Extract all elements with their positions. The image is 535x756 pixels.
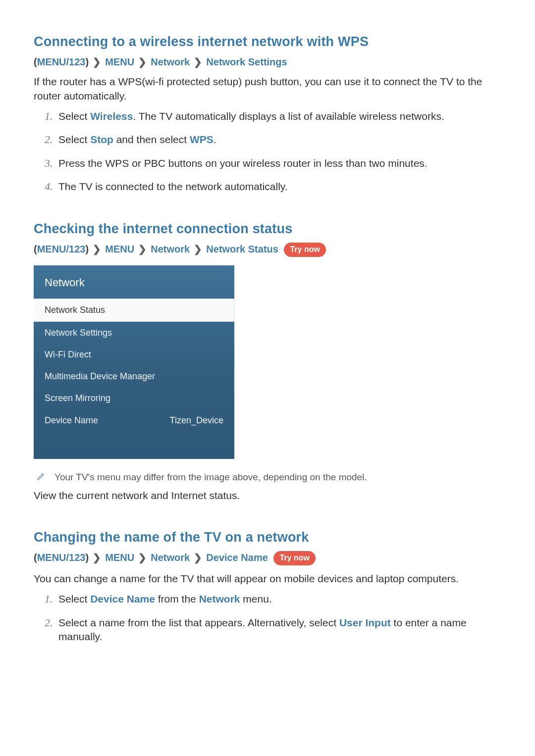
breadcrumb-status: (MENU/123) ❯ MENU ❯ Network ❯ Network St…	[34, 243, 501, 257]
menu-title: Network	[34, 265, 234, 299]
crumb-device-name: Device Name	[206, 552, 268, 563]
step-1: Select Device Name from the Network menu…	[55, 592, 501, 606]
crumb-menu123: MENU/123	[37, 552, 86, 563]
body-status: View the current network and Internet st…	[34, 489, 501, 503]
step-1: Select Wireless. The TV automatically di…	[55, 109, 501, 123]
menu-item-label: Wi-Fi Direct	[45, 349, 91, 360]
menu-item-device-name[interactable]: Device Name Tizen_Device	[34, 409, 234, 431]
menu-item-network-status[interactable]: Network Status	[33, 299, 234, 321]
chevron-right-icon: ❯	[137, 551, 148, 564]
link-device-name: Device Name	[90, 593, 155, 605]
menu-item-multimedia-device-manager[interactable]: Multimedia Device Manager	[34, 365, 234, 387]
heading-wps: Connecting to a wireless internet networ…	[34, 33, 501, 50]
heading-devicename: Changing the name of the TV on a network	[34, 528, 501, 546]
intro-wps: If the router has a WPS(wi-fi protected …	[34, 75, 501, 103]
crumb-menu: MENU	[105, 56, 134, 67]
menu-item-screen-mirroring[interactable]: Screen Mirroring	[34, 387, 234, 409]
chevron-right-icon: ❯	[92, 243, 103, 256]
pencil-icon	[37, 472, 46, 481]
link-stop: Stop	[90, 134, 113, 145]
menu-item-value: Tizen_Device	[170, 414, 223, 426]
try-now-button[interactable]: Try now	[273, 551, 315, 565]
crumb-menu123: MENU/123	[37, 244, 86, 254]
network-menu-panel: Network Network Status Network Settings …	[34, 265, 234, 459]
crumb-network: Network	[151, 244, 190, 254]
section-status: Checking the internet connection status …	[34, 220, 501, 503]
crumb-network: Network	[151, 552, 190, 563]
step-2: Select Stop and then select WPS.	[55, 132, 501, 147]
section-devicename: Changing the name of the TV on a network…	[34, 528, 501, 644]
breadcrumb-devicename: (MENU/123) ❯ MENU ❯ Network ❯ Device Nam…	[34, 551, 501, 566]
crumb-menu123: MENU/123	[37, 56, 86, 67]
document-page: Connecting to a wireless internet networ…	[0, 0, 535, 682]
menu-item-wifi-direct[interactable]: Wi-Fi Direct	[34, 344, 234, 365]
chevron-right-icon: ❯	[137, 55, 148, 69]
crumb-network-settings: Network Settings	[206, 56, 287, 67]
menu-list: Network Status Network Settings Wi-Fi Di…	[34, 299, 234, 459]
link-wireless: Wireless	[90, 110, 133, 122]
chevron-right-icon: ❯	[193, 55, 204, 69]
heading-status: Checking the internet connection status	[34, 220, 501, 238]
step-3: Press the WPS or PBC buttons on your wir…	[55, 156, 501, 170]
step-4: The TV is connected to the network autom…	[55, 179, 501, 194]
menu-item-network-settings[interactable]: Network Settings	[34, 322, 234, 344]
menu-item-label: Network Status	[45, 304, 105, 316]
steps-wps: Select Wireless. The TV automatically di…	[34, 109, 501, 194]
link-wps: WPS	[190, 134, 214, 145]
link-network: Network	[199, 593, 240, 605]
menu-item-label: Network Settings	[45, 327, 112, 339]
steps-devicename: Select Device Name from the Network menu…	[34, 592, 501, 644]
chevron-right-icon: ❯	[193, 551, 204, 564]
chevron-right-icon: ❯	[193, 243, 204, 256]
try-now-button[interactable]: Try now	[284, 243, 325, 257]
crumb-network: Network	[151, 56, 190, 67]
chevron-right-icon: ❯	[92, 551, 103, 564]
breadcrumb-wps: (MENU/123) ❯ MENU ❯ Network ❯ Network Se…	[34, 55, 501, 69]
menu-item-label: Multimedia Device Manager	[45, 370, 155, 382]
intro-devicename: You can change a name for the TV that wi…	[34, 572, 501, 586]
note-row: Your TV's menu may differ from the image…	[37, 471, 501, 484]
step-2: Select a name from the list that appears…	[55, 615, 501, 644]
crumb-menu: MENU	[105, 552, 134, 563]
link-user-input: User Input	[339, 617, 391, 628]
note-text: Your TV's menu may differ from the image…	[54, 471, 367, 484]
menu-item-label: Screen Mirroring	[45, 392, 110, 404]
crumb-network-status: Network Status	[206, 244, 278, 254]
chevron-right-icon: ❯	[92, 55, 103, 69]
section-wps: Connecting to a wireless internet networ…	[34, 33, 501, 194]
crumb-menu: MENU	[105, 244, 134, 254]
menu-item-label: Device Name	[45, 414, 98, 426]
chevron-right-icon: ❯	[137, 243, 148, 256]
